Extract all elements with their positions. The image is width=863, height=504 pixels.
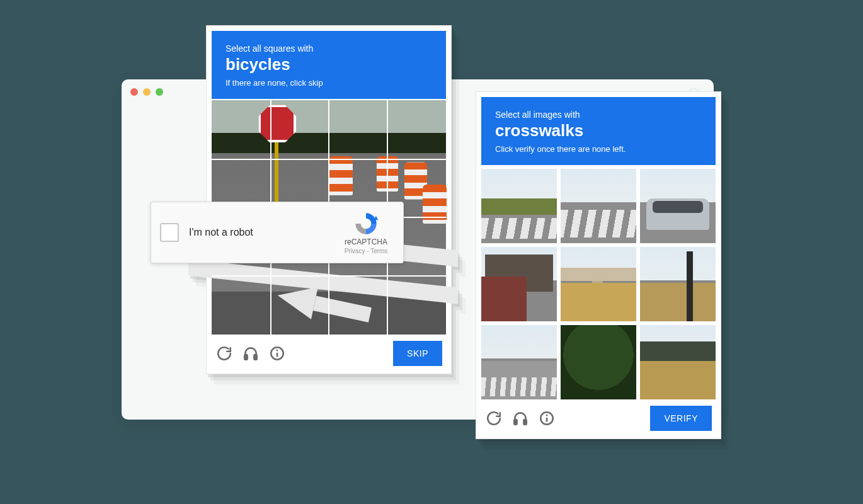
svg-rect-0 — [244, 355, 247, 360]
image-tile[interactable] — [640, 247, 716, 321]
window-zoom-dot[interactable] — [156, 88, 163, 96]
image-tile[interactable] — [561, 325, 636, 399]
info-icon[interactable] — [538, 410, 556, 427]
captcha-footer: SKIP — [212, 335, 446, 369]
skip-button[interactable]: SKIP — [393, 341, 442, 366]
image-tile[interactable] — [561, 169, 636, 243]
recaptcha-label: I'm not a robot — [189, 227, 338, 238]
reload-icon[interactable] — [485, 410, 503, 427]
recaptcha-legal-links[interactable]: Privacy - Terms — [338, 248, 394, 255]
svg-rect-5 — [514, 420, 517, 425]
grid-cell[interactable] — [387, 100, 446, 159]
grid-cell[interactable] — [387, 276, 446, 335]
recaptcha-brand: reCAPTCHA Privacy - Terms — [338, 211, 394, 255]
svg-point-9 — [546, 415, 548, 416]
window-close-dot[interactable] — [130, 88, 138, 96]
captcha-challenge-crosswalks: Select all images with crosswalks Click … — [476, 91, 721, 439]
svg-rect-6 — [523, 420, 526, 425]
captcha-header: Select all images with crosswalks Click … — [481, 97, 716, 165]
image-tile[interactable] — [561, 247, 636, 321]
image-tile[interactable] — [481, 169, 557, 243]
recaptcha-checkbox[interactable] — [160, 223, 179, 242]
image-tile[interactable] — [481, 247, 557, 321]
grid-cell[interactable] — [329, 100, 387, 159]
captcha-header: Select all squares with bicycles If ther… — [212, 31, 446, 99]
headphones-icon[interactable] — [242, 345, 260, 362]
recaptcha-logo-icon — [353, 211, 379, 236]
captcha-instruction-line2: Click verify once there are none left. — [495, 144, 702, 154]
captcha-challenge-bicycles: Select all squares with bicycles If ther… — [206, 25, 452, 374]
recaptcha-brand-name: reCAPTCHA — [338, 238, 394, 246]
captcha-footer: VERIFY — [481, 399, 716, 433]
info-icon[interactable] — [268, 345, 286, 362]
grid-cell[interactable] — [270, 100, 329, 159]
svg-point-4 — [277, 350, 278, 352]
svg-rect-1 — [254, 355, 256, 360]
captcha-target-word: crosswalks — [495, 121, 702, 140]
window-minimize-dot[interactable] — [143, 88, 151, 96]
reload-icon[interactable] — [215, 345, 233, 362]
image-tile[interactable] — [481, 325, 557, 399]
grid-cell[interactable] — [212, 100, 270, 159]
image-tile[interactable] — [640, 169, 716, 243]
captcha-target-word: bicycles — [226, 55, 432, 74]
headphones-icon[interactable] — [512, 410, 529, 427]
grid-cell[interactable] — [270, 276, 329, 335]
image-tile[interactable] — [640, 325, 716, 399]
captcha-instruction-line1: Select all squares with — [226, 43, 432, 54]
grid-cell[interactable] — [212, 276, 270, 335]
captcha-image-grid-3x3 — [481, 169, 716, 399]
captcha-instruction-line2: If there are none, click skip — [226, 78, 432, 88]
captcha-instruction-line1: Select all images with — [495, 110, 702, 120]
grid-cell[interactable] — [329, 276, 387, 335]
verify-button[interactable]: VERIFY — [650, 406, 712, 431]
recaptcha-anchor: I'm not a robot reCAPTCHA Privacy - Term… — [151, 202, 404, 263]
